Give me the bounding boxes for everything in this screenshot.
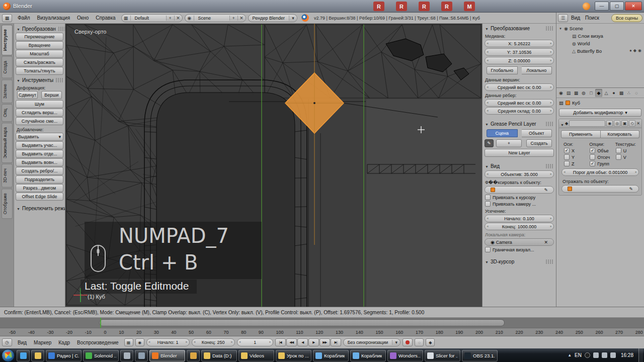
apply-modifier-button[interactable]: Применить [561,130,601,138]
median-z-field[interactable]: Z: 0.00000 [485,57,554,64]
taskbar-app-button[interactable]: Blender [149,350,185,361]
lock-object-field[interactable] [485,186,554,194]
taskbar-app-button[interactable]: Videos [238,350,274,361]
current-frame-field[interactable]: 1 [237,338,273,346]
properties-tab-icon[interactable]: □ [588,89,595,97]
auto-keyframe-record-button[interactable] [403,338,413,346]
gp-scene-tab[interactable]: Сцена [487,129,518,137]
global-button[interactable]: Глобально [487,66,518,74]
taskbar-app-button[interactable]: Радио | С... [46,350,82,361]
copy-modifier-button[interactable]: Копировать [601,130,640,138]
next-keyframe-button[interactable] [319,338,330,346]
add-tool-button[interactable]: Разрез...двигом [16,184,63,192]
clip-start-field[interactable]: Начало: 0.100 [485,215,554,222]
median-x-field[interactable]: X: 5.26222 [485,40,554,47]
lock-camera-checkbox[interactable]: Привязать камеру ... [482,201,556,207]
outliner-row[interactable]: ◍ World [556,40,644,47]
scene-selector[interactable]: ◉ Scene [185,14,246,22]
menu-item[interactable]: Визуализация [34,14,73,22]
lens-field[interactable]: Объектив: 35.000 [485,170,554,178]
deform-tool-button[interactable]: Шум [16,100,63,108]
lock-to-cursor-checkbox[interactable]: Привязать к курсору [482,194,556,201]
taskbar-app-button[interactable]: Wonders... [387,350,423,361]
add-tool-button[interactable]: Выдавить вовн... [16,158,63,166]
timeline-menu-item[interactable]: Вид [14,339,30,346]
timeline-editor-icon[interactable]: ◷ [2,338,12,346]
add-tool-button[interactable]: Выдавить учас... [16,141,63,149]
render-engine-selector[interactable]: Рендер Blender [248,14,297,22]
frame-start-field[interactable]: Начало: 1 [146,338,190,346]
transform-tool-button[interactable]: Перемещение [16,33,63,41]
expand-icon[interactable]: ▾ [558,27,562,31]
tool-shelf-tab[interactable]: 3D-печ [2,164,13,188]
axis-checkbox[interactable]: Y [561,154,587,160]
show-desktop-button[interactable] [638,348,643,362]
tray-expand-icon[interactable]: ▲ [568,353,572,357]
taskbar-app-button[interactable]: Solenoid ... [83,350,119,361]
gp-new-layer-button[interactable]: New Layer [485,149,554,157]
transform-tool-button[interactable]: Сжать/расжать [16,58,63,66]
add-modifier-dropdown[interactable]: Добавить модификатор [559,109,641,117]
scene-delete-button[interactable] [237,16,246,21]
view-panel-header[interactable]: Вид [482,161,556,170]
play-button[interactable] [308,338,319,346]
extrude-menu-button[interactable]: Выдавить [16,133,63,141]
grease-pencil-icon[interactable] [485,139,494,147]
tool-shelf-tab[interactable]: Инструме [2,25,13,55]
properties-tab-icon[interactable]: ● [610,89,617,97]
add-tool-button[interactable]: Подразделить [16,175,63,184]
grease-pencil-panel-header[interactable]: Grease Pencil Layer [482,119,556,128]
close-button[interactable] [625,2,642,11]
deform-tool-button[interactable]: Случайное сме... [16,117,63,125]
frame-end-field[interactable]: Конец: 250 [192,338,235,346]
vertex-bevel-weight-field[interactable]: Средний вес ск: 0.00 [485,83,554,91]
modifier-name-field[interactable] [569,120,605,127]
previous-keyframe-button[interactable] [286,338,297,346]
eyedropper-icon[interactable] [629,187,633,192]
taskbar-app-button[interactable]: Кораблик [313,350,349,361]
tools-panel-header[interactable]: Инструменты [14,75,65,84]
properties-tab-icon[interactable]: △ [603,89,610,97]
frame-range-band[interactable] [99,319,505,326]
median-y-field[interactable]: Y: 37.10536 [485,48,554,56]
transform-tool-button[interactable]: Толкать/тянуть [16,67,63,75]
timeline-menu-item[interactable]: Маркер [30,339,55,346]
tool-shelf-tab[interactable]: Отображе [2,189,13,219]
local-camera-field[interactable]: Camera [485,238,554,246]
deform-tool-button[interactable]: Сгладить верш... [16,109,63,117]
menu-item[interactable]: Справка [92,14,119,22]
merge-threshold-field[interactable]: Порог для объе: 0.001000 [561,168,639,176]
properties-tab-icon[interactable]: ◆ [595,89,602,97]
clip-end-field[interactable]: Конец: 1000.000 [485,223,554,230]
menu-item[interactable]: Окно [73,14,92,22]
taskbar-app-button[interactable]: Data (D:) [201,350,237,361]
delete-modifier-icon[interactable] [636,121,640,126]
transform-tool-button[interactable]: Масштаб [16,50,63,58]
layout-delete-button[interactable] [174,16,182,21]
taskbar-app-button[interactable] [31,350,44,361]
taskbar-app-button[interactable]: Кораблик [350,350,386,361]
outliner-row[interactable]: ▾ ◉ Scene [556,25,644,32]
mirror-object-field[interactable] [561,185,639,193]
panel-expand-icon[interactable] [560,119,564,128]
tool-shelf-tab[interactable]: Созда [2,56,13,78]
gp-new-button[interactable]: Создать [526,139,552,147]
play-reverse-button[interactable] [297,338,308,346]
network-tray-icon[interactable] [602,352,607,358]
selectable-arrow-icon[interactable]: ◆ [633,48,636,53]
jump-to-end-button[interactable] [331,338,341,346]
renderable-camera-icon[interactable]: ◉ [638,48,641,53]
insert-keyframe-icon-button[interactable]: ◆ [426,338,435,346]
editmode-toggle-icon[interactable] [621,120,628,127]
obs-tray-icon[interactable] [585,352,590,358]
deform-tool-button[interactable]: Верши [41,91,62,99]
gp-object-tab[interactable]: Объект [522,129,552,137]
option-checkbox[interactable]: Отсеч [587,154,613,160]
timeline-menu-item[interactable]: Воспроизведение [73,339,122,346]
texture-checkbox[interactable]: V [613,154,639,160]
layout-selector[interactable]: Default [121,14,183,22]
deform-tool-button[interactable]: Сдвинут [17,91,38,99]
axis-checkbox[interactable]: Z [561,160,587,167]
axis-checkbox[interactable]: X [561,147,587,154]
timeline-icon-button-2[interactable]: ◉ [135,338,144,346]
